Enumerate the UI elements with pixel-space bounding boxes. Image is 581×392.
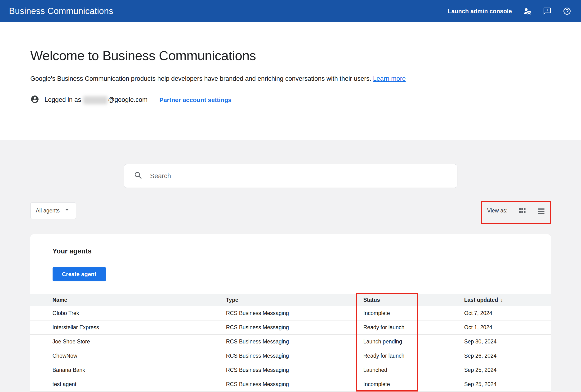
- view-as-group: View as:: [487, 206, 546, 215]
- table-row[interactable]: ChowNow RCS Business Messaging Ready for…: [30, 349, 551, 363]
- logged-in-text: Logged in as @google.com: [44, 96, 147, 104]
- cell-name: Banana Bank: [30, 367, 226, 373]
- partner-account-settings-link[interactable]: Partner account settings: [159, 96, 232, 104]
- welcome-section: Welcome to Business Communications Googl…: [0, 22, 581, 140]
- cell-status: Incomplete: [363, 381, 464, 388]
- agent-filter-dropdown[interactable]: All agents: [30, 202, 76, 219]
- welcome-description-text: Google's Business Communication products…: [30, 75, 371, 82]
- search-box[interactable]: [124, 164, 457, 188]
- column-header-last-updated-label: Last updated: [464, 297, 498, 303]
- feedback-icon[interactable]: [543, 7, 552, 16]
- your-agents-card: Your agents Create agent Name Type Statu…: [30, 234, 551, 392]
- cell-last-updated: Sep 25, 2024: [464, 381, 551, 388]
- agents-table-header: Name Type Status Last updated ↓: [30, 294, 551, 306]
- cell-last-updated: Sep 25, 2024: [464, 367, 551, 373]
- list-view-icon[interactable]: [537, 206, 546, 215]
- search-icon: [133, 171, 143, 181]
- sort-descending-icon: ↓: [501, 297, 503, 303]
- chevron-down-icon: [63, 206, 70, 215]
- cell-status: Incomplete: [363, 310, 464, 316]
- cell-type: RCS Business Messaging: [226, 310, 363, 316]
- cell-status: Ready for launch: [363, 353, 464, 359]
- agents-table-body: Globo Trek RCS Business Messaging Incomp…: [30, 306, 551, 392]
- help-icon[interactable]: [563, 7, 572, 16]
- agents-workspace: All agents View as: Your agents C: [0, 140, 581, 392]
- view-as-label: View as:: [487, 208, 508, 214]
- cell-name: Globo Trek: [30, 310, 226, 316]
- agents-table: Name Type Status Last updated ↓ Globo Tr…: [30, 294, 551, 392]
- learn-more-link[interactable]: Learn more: [373, 75, 406, 82]
- redacted-username: [83, 96, 107, 104]
- cell-name: ChowNow: [30, 353, 226, 359]
- cell-name: Joe Shoe Store: [30, 338, 226, 345]
- app-header: Business Communications Launch admin con…: [0, 0, 581, 22]
- cell-type: RCS Business Messaging: [226, 324, 363, 331]
- page-title: Welcome to Business Communications: [30, 48, 581, 63]
- cell-name: Interstellar Express: [30, 324, 226, 331]
- cell-last-updated: Oct 7, 2024: [464, 310, 551, 316]
- cell-type: RCS Business Messaging: [226, 367, 363, 373]
- cell-status: Launch pending: [363, 338, 464, 345]
- your-agents-title: Your agents: [30, 234, 551, 255]
- cell-type: RCS Business Messaging: [226, 381, 363, 388]
- grid-view-icon[interactable]: [518, 206, 527, 215]
- logged-in-prefix: Logged in as: [44, 96, 81, 103]
- app-title: Business Communications: [9, 6, 113, 16]
- account-avatar-icon: [30, 95, 39, 106]
- app-header-actions: Launch admin console: [448, 7, 572, 16]
- column-header-type[interactable]: Type: [226, 297, 363, 303]
- cell-type: RCS Business Messaging: [226, 338, 363, 345]
- cell-last-updated: Sep 26, 2024: [464, 353, 551, 359]
- launch-admin-console-link[interactable]: Launch admin console: [448, 8, 512, 15]
- cell-type: RCS Business Messaging: [226, 353, 363, 359]
- table-row[interactable]: test agent RCS Business Messaging Incomp…: [30, 377, 551, 392]
- cell-status: Ready for launch: [363, 324, 464, 331]
- column-header-status[interactable]: Status: [363, 297, 464, 303]
- table-row[interactable]: Joe Shoe Store RCS Business Messaging La…: [30, 335, 551, 349]
- column-header-name[interactable]: Name: [30, 297, 226, 303]
- column-header-last-updated[interactable]: Last updated ↓: [464, 297, 551, 303]
- cell-last-updated: Sep 30, 2024: [464, 338, 551, 345]
- logged-in-suffix: @google.com: [108, 96, 147, 103]
- agents-toolbar: All agents View as:: [0, 202, 581, 219]
- agent-filter-label: All agents: [36, 208, 60, 214]
- logged-in-row: Logged in as @google.com Partner account…: [30, 95, 581, 106]
- cell-name: test agent: [30, 381, 226, 388]
- cell-last-updated: Oct 1, 2024: [464, 324, 551, 331]
- table-row[interactable]: Globo Trek RCS Business Messaging Incomp…: [30, 306, 551, 320]
- search-input[interactable]: [150, 172, 448, 180]
- create-agent-button[interactable]: Create agent: [52, 267, 106, 282]
- table-row[interactable]: Banana Bank RCS Business Messaging Launc…: [30, 363, 551, 377]
- table-row[interactable]: Interstellar Express RCS Business Messag…: [30, 320, 551, 335]
- welcome-description: Google's Business Communication products…: [30, 75, 581, 82]
- manage-accounts-icon[interactable]: [523, 7, 532, 16]
- cell-status: Launched: [363, 367, 464, 373]
